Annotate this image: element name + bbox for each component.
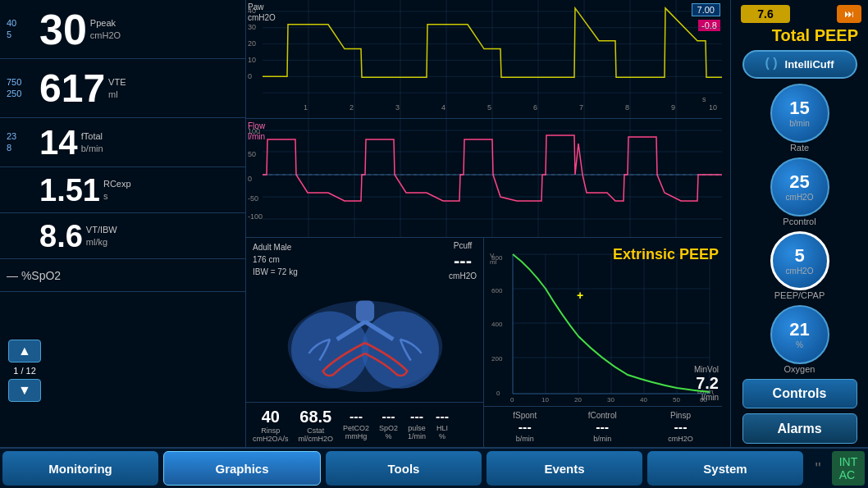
flow-waveform-svg [263,119,722,238]
ftotal-value: 14 [39,125,78,160]
ftotal-label: fTotal b/min [81,130,103,154]
rcexp-row: 1.51 RCexp s [0,167,245,213]
svg-text:600: 600 [491,287,503,294]
body-info: Adult Male 176 cm IBW = 72 kg [246,238,483,281]
ppeak-label: Ppeak cmH2O [90,17,121,41]
vte-label: VTE ml [108,76,126,100]
body-section: Adult Male 176 cm IBW = 72 kg Pcuff --- … [246,238,484,447]
svg-text:40: 40 [640,396,647,404]
flow-chart: Flow l/min 100 50 0 -50 -100 [246,119,722,238]
controls-button[interactable]: Controls [742,379,857,409]
quote-icon: " [806,451,830,486]
rcexp-value: 1.51 [39,175,100,206]
flow-chart-label: Flow l/min [248,121,265,142]
petco2-stat: --- PetCO2 mmHg [343,409,369,440]
loop-bottom-stats: fSpont --- b/min fControl --- b/min Pins… [484,406,722,447]
vte-range: 750 250 [7,77,36,98]
svg-text:2: 2 [349,103,354,112]
spo2-stat: --- SpO2 % [379,409,398,440]
bottom-stats-row: 40 Rinsp cmH2OA/s 68.5 Cstat ml/cmH2O --… [246,402,483,447]
rinsp-stat: 40 Rinsp cmH2OA/s [253,408,289,443]
svg-text:5: 5 [487,103,491,112]
rcexp-label: RCexp s [103,178,131,202]
nav-down-button[interactable]: ▼ [8,379,41,402]
top-badge: 7.6 [741,5,790,23]
ftotal-range: 23 8 [7,131,36,153]
ppeak-row: 40 5 30 Ppeak cmH2O [0,0,245,59]
lung-diagram [267,281,464,404]
pcuff-section: Pcuff --- cmH2O [449,241,477,280]
svg-text:20: 20 [574,396,582,404]
hli-stat: --- HLI % [436,409,449,440]
extrinsic-peep-label: Extrinsic PEEP [613,246,719,263]
page-indicator: 1 / 12 [13,366,36,376]
svg-text:3: 3 [395,103,400,112]
pcontrol-knob[interactable]: 25 cmH2O [770,157,829,217]
paw-waveform-svg: 1 2 3 4 5 6 7 8 9 10 s [263,0,722,118]
spo2-label: — %SpO2 [7,269,61,282]
peep-control-group: 5 cmH2O PEEP/CPAP [770,231,829,300]
bottom-nav: Monitoring Graphics Tools Events System … [0,447,868,488]
spo2-row: — %SpO2 [0,259,245,292]
pcontrol-control-group: 25 cmH2O Pcontrol [770,157,829,226]
svg-text:+: + [577,289,583,302]
svg-text:1: 1 [304,103,308,112]
tab-graphics[interactable]: Graphics [163,451,321,486]
ppeak-value: 30 [39,8,87,51]
right-controls-panel: 7.6 ⏭ Total PEEP ( ) IntelliCuff 15 b/mi… [730,0,868,447]
oxygen-knob[interactable]: 21 % [770,305,829,364]
loop-section: Extrinsic PEEP V ml 800 600 400 [484,238,722,447]
alarms-button[interactable]: Alarms [742,413,857,444]
vf-loop-chart: V ml 800 600 400 200 0 0 10 20 30 40 50 … [484,250,722,414]
paw-chart: Paw cmH2O 40 30 20 10 0 7.00 -0.8 [246,0,722,119]
svg-text:7: 7 [579,103,583,112]
svg-text:800: 800 [491,254,503,262]
nav-up-button[interactable]: ▲ [8,340,41,363]
left-metrics-panel: 40 5 30 Ppeak cmH2O 750 250 617 VTE ml 2… [0,0,246,447]
svg-text:8: 8 [625,103,629,112]
nav-section: ▲ 1 / 12 ▼ [8,340,41,402]
tab-tools[interactable]: Tools [326,451,482,486]
rate-knob[interactable]: 15 b/min [770,84,829,143]
power-icon[interactable]: INTAC [832,451,865,486]
center-bottom-area: Adult Male 176 cm IBW = 72 kg Pcuff --- … [246,238,722,447]
svg-text:30: 30 [607,396,614,404]
vte-value: 617 [39,69,105,108]
ftotal-row: 23 8 14 fTotal b/min [0,118,245,167]
pinsp-loop-stat: Pinsp --- cmH2O [668,411,693,443]
waveform-area: Paw cmH2O 40 30 20 10 0 7.00 -0.8 [246,0,722,238]
svg-text:200: 200 [491,355,503,363]
vte-row: 750 250 617 VTE ml [0,59,245,118]
rate-control-group: 15 b/min Rate [770,84,829,153]
svg-text:0: 0 [496,390,500,397]
paw-chart-label: Paw cmH2O [248,2,276,23]
top-badge-row: 7.6 ⏭ [734,3,865,25]
cstat-stat: 68.5 Cstat ml/cmH2O [299,408,334,443]
pulse-stat: --- pulse 1/min [408,409,426,440]
tab-system[interactable]: System [647,451,803,486]
vtibw-row: 8.6 VT/IBW ml/kg [0,213,245,259]
total-peep-label: Total PEEP [772,26,858,45]
svg-text:0: 0 [510,396,514,404]
vtibw-value: 8.6 [39,221,83,252]
oxygen-control-group: 21 % Oxygen [770,305,829,374]
fspont-loop-stat: fSpont --- b/min [513,411,537,443]
svg-rect-44 [355,301,373,322]
svg-text:s: s [702,95,706,103]
ppeak-range: 40 5 [7,18,36,39]
nav-icons-right: " INTAC [806,451,868,486]
svg-text:400: 400 [491,321,503,328]
tab-monitoring[interactable]: Monitoring [2,451,158,486]
svg-text:6: 6 [533,103,537,112]
intellicuff-button[interactable]: ( ) IntelliCuff [742,50,857,79]
svg-text:10: 10 [541,396,549,404]
svg-text:10: 10 [709,103,717,112]
forward-button[interactable]: ⏭ [837,5,861,23]
svg-text:50: 50 [673,396,680,404]
fcontrol-loop-stat: fControl --- b/min [588,411,617,443]
svg-text:4: 4 [441,103,445,112]
peep-knob[interactable]: 5 cmH2O [770,231,829,290]
intellicuff-icon: ( ) [765,56,782,72]
svg-point-42 [291,311,368,388]
tab-events[interactable]: Events [487,451,642,486]
